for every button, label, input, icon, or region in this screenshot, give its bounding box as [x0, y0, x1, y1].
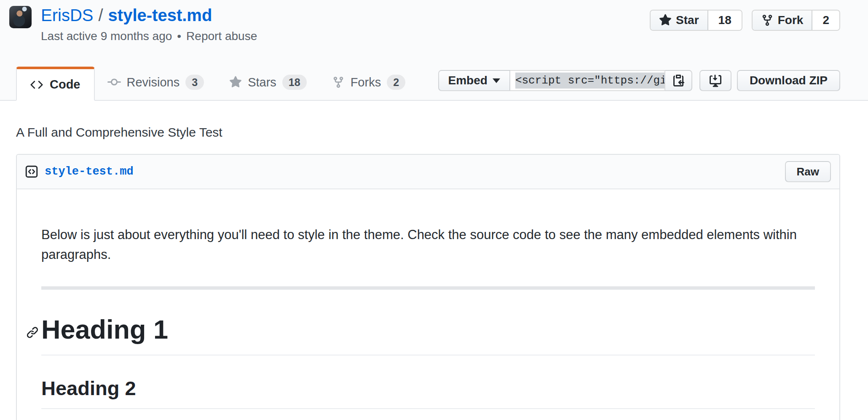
fork-count[interactable]: 2 — [812, 11, 839, 30]
clipboard-copy-icon — [672, 74, 685, 87]
star-icon — [229, 76, 242, 89]
file-header: style-test.md Raw — [17, 155, 839, 189]
embed-dropdown-button[interactable]: Embed — [438, 70, 510, 91]
tab-forks-count: 2 — [387, 75, 405, 90]
desktop-download-icon — [709, 74, 722, 87]
markdown-body: Below is just about everything you'll ne… — [17, 189, 839, 420]
chevron-down-icon — [493, 78, 500, 83]
fork-button[interactable]: Fork 2 — [752, 10, 840, 31]
raw-button-label: Raw — [797, 165, 819, 178]
anchor-link-icon[interactable] — [26, 326, 39, 339]
gist-meta: Last active 9 months ago • Report abuse — [41, 30, 257, 43]
heading-2: Heading 2 — [41, 376, 815, 409]
tab-forks[interactable]: Forks 2 — [319, 75, 418, 101]
title-separator: / — [98, 6, 103, 24]
page-header-band: ErisDS / style-test.md Last active 9 mon… — [0, 0, 868, 101]
heading-1-text: Heading 1 — [41, 315, 168, 344]
embed-url-input[interactable]: <script src="https://gist. — [510, 70, 665, 91]
commit-icon — [107, 75, 121, 89]
download-zip-label: Download ZIP — [750, 74, 828, 87]
report-abuse-link[interactable]: Report abuse — [186, 30, 257, 43]
tab-stars-label: Stars — [248, 75, 276, 89]
embed-url-value: <script src="https://gist. — [515, 73, 665, 89]
tab-stars-count: 18 — [282, 75, 307, 90]
heading-1: Heading 1 — [41, 313, 815, 355]
horizontal-rule — [41, 286, 815, 290]
social-buttons: Star 18 Fork 2 — [650, 6, 840, 31]
avatar[interactable] — [9, 6, 32, 28]
raw-button[interactable]: Raw — [785, 161, 831, 182]
tab-revisions[interactable]: Revisions 3 — [95, 75, 217, 101]
star-button[interactable]: Star 18 — [650, 10, 742, 31]
gist-title: ErisDS / style-test.md — [41, 6, 257, 24]
download-gist-button[interactable] — [699, 70, 731, 91]
fork-icon — [332, 76, 345, 89]
star-button-label: Star — [676, 13, 699, 27]
tab-stars[interactable]: Stars 18 — [217, 75, 319, 101]
gist-header: ErisDS / style-test.md Last active 9 mon… — [9, 6, 840, 43]
code-file-icon — [25, 165, 38, 178]
code-icon — [30, 78, 43, 91]
title-block: ErisDS / style-test.md Last active 9 mon… — [41, 6, 257, 43]
copy-to-clipboard-button[interactable] — [665, 70, 692, 91]
tab-revisions-label: Revisions — [127, 75, 180, 89]
file-name-link[interactable]: style-test.md — [45, 165, 134, 178]
tab-code-label: Code — [50, 78, 80, 92]
gist-actions: Embed <script src="https://gist. Downloa… — [438, 70, 840, 91]
gist-description: A Full and Comprehensive Style Test — [16, 101, 840, 154]
meta-bullet: • — [177, 30, 181, 43]
owner-link[interactable]: ErisDS — [41, 6, 93, 24]
tab-revisions-count: 3 — [185, 75, 204, 90]
download-zip-button[interactable]: Download ZIP — [737, 70, 840, 91]
heading-2-text: Heading 2 — [41, 377, 136, 399]
star-count[interactable]: 18 — [708, 11, 742, 30]
embed-dropdown-label: Embed — [448, 74, 488, 87]
gist-filename-link[interactable]: style-test.md — [108, 6, 212, 24]
file-box: style-test.md Raw Below is just about ev… — [16, 154, 840, 420]
tab-code[interactable]: Code — [16, 67, 95, 101]
fork-icon — [761, 14, 774, 27]
fork-button-label: Fork — [778, 13, 804, 27]
last-active-text: Last active 9 months ago — [41, 30, 172, 43]
tab-bar: Code Revisions 3 Stars 18 Forks 2 — [16, 67, 418, 101]
tab-forks-label: Forks — [351, 75, 381, 89]
intro-paragraph: Below is just about everything you'll ne… — [41, 225, 815, 264]
main-content: A Full and Comprehensive Style Test styl… — [16, 101, 840, 420]
star-icon — [659, 14, 672, 27]
